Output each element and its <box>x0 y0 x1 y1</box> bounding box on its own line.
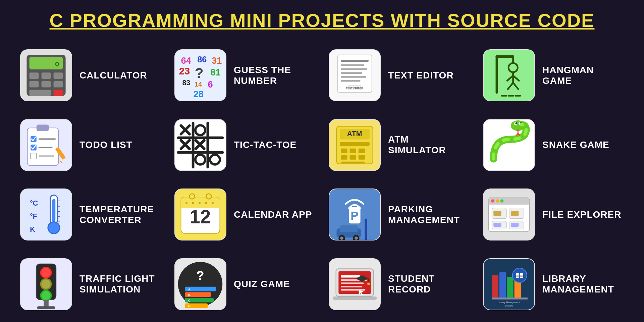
student-icon <box>329 258 381 310</box>
svg-rect-170 <box>341 289 365 290</box>
svg-rect-138 <box>493 211 501 216</box>
hangman-icon <box>483 49 535 101</box>
parking-label: PARKING MANAGEMENT <box>388 204 470 225</box>
svg-point-114 <box>205 202 207 204</box>
svg-rect-79 <box>341 155 347 160</box>
temperature-icon: °C °F K <box>20 189 72 240</box>
svg-point-115 <box>212 202 214 204</box>
svg-rect-8 <box>42 81 51 88</box>
svg-rect-177 <box>492 275 498 298</box>
traffic-icon <box>20 258 72 310</box>
svg-rect-77 <box>350 148 356 153</box>
svg-text:12: 12 <box>190 207 211 228</box>
svg-rect-140 <box>493 223 501 227</box>
svg-rect-80 <box>350 155 356 160</box>
projects-grid: 0 CALCULATOR 64 86 31 23 ? 81 <box>0 37 644 322</box>
svg-rect-28 <box>341 72 362 74</box>
svg-rect-27 <box>341 68 367 70</box>
svg-rect-5 <box>42 73 51 79</box>
list-item[interactable]: 64 86 31 23 ? 81 83 14 6 28 GUESS THE NU… <box>168 41 322 110</box>
svg-text:°C: °C <box>30 199 38 207</box>
svg-point-125 <box>355 237 358 240</box>
svg-rect-139 <box>511 211 519 216</box>
list-item[interactable]: °C °F K TEMPERATURE CONVERTER <box>13 180 168 250</box>
svg-rect-75 <box>340 142 370 146</box>
list-item[interactable]: P PARKING MANAGEMENT <box>322 180 476 250</box>
list-item[interactable]: TRAFFIC LIGHT SIMULATION <box>13 250 168 319</box>
svg-text:C.: C. <box>188 298 192 302</box>
svg-rect-181 <box>492 298 528 300</box>
library-icon: Library Management System <box>483 258 535 310</box>
svg-point-131 <box>491 199 494 203</box>
text-editor-label: TEXT EDITOR <box>388 70 454 81</box>
svg-text:P: P <box>351 209 358 222</box>
svg-rect-4 <box>30 73 39 79</box>
svg-text:A.: A. <box>188 287 192 291</box>
hangman-label: HANGMAN GAME <box>542 65 624 86</box>
list-item[interactable]: ATM ATM SIMULATOR <box>322 110 476 180</box>
list-item[interactable]: 0 CALCULATOR <box>13 41 168 110</box>
svg-rect-166 <box>341 275 360 277</box>
svg-rect-26 <box>341 64 364 66</box>
list-item[interactable]: TEXT EDITOR TEXT EDITOR <box>322 41 476 110</box>
list-item[interactable]: ? A. B. C. D. QUIZ GAME <box>168 250 322 319</box>
svg-text:14: 14 <box>195 80 202 88</box>
list-item[interactable]: TIC-TAC-TOE <box>168 110 322 180</box>
svg-text:?: ? <box>195 65 203 81</box>
svg-text:?: ? <box>196 268 204 283</box>
guess-number-icon: 64 86 31 23 ? 81 83 14 6 28 <box>174 49 226 101</box>
svg-point-87 <box>515 122 517 124</box>
svg-text:D.: D. <box>188 304 192 308</box>
svg-rect-9 <box>54 81 63 88</box>
svg-text:Library Management: Library Management <box>498 301 520 304</box>
svg-rect-126 <box>365 219 367 240</box>
list-item[interactable]: STUDENT RECORD <box>322 250 476 319</box>
svg-point-98 <box>48 222 60 234</box>
svg-rect-151 <box>37 306 55 309</box>
svg-text:0: 0 <box>55 60 59 68</box>
svg-point-147 <box>41 279 50 288</box>
svg-text:86: 86 <box>197 55 207 64</box>
svg-rect-7 <box>30 81 39 88</box>
svg-rect-51 <box>31 153 37 159</box>
quiz-label: QUIZ GAME <box>234 279 290 289</box>
svg-rect-174 <box>333 297 377 300</box>
guess-number-label: GUESS THE NUMBER <box>234 65 315 86</box>
svg-text:ATM: ATM <box>347 129 362 138</box>
list-item[interactable]: 12 CALENDAR APP <box>168 180 322 250</box>
svg-rect-11 <box>54 90 63 96</box>
list-item[interactable]: FILE EXPLORER <box>476 180 631 250</box>
svg-rect-81 <box>359 155 365 160</box>
list-item[interactable]: HANGMAN GAME <box>476 41 631 110</box>
svg-rect-169 <box>341 286 362 287</box>
list-item[interactable]: TODO LIST <box>13 110 168 180</box>
svg-text:64: 64 <box>181 55 192 66</box>
svg-rect-92 <box>21 189 71 240</box>
fileexplorer-label: FILE EXPLORER <box>542 209 621 220</box>
list-item[interactable]: SNAKE GAME <box>476 110 631 180</box>
svg-text:28: 28 <box>194 89 204 100</box>
svg-rect-30 <box>341 80 360 82</box>
svg-text:83: 83 <box>182 79 190 87</box>
todo-icon <box>20 119 72 171</box>
library-label: LIBRARY MANAGEMENT <box>542 273 624 295</box>
svg-text:31: 31 <box>212 55 222 66</box>
calculator-label: CALCULATOR <box>79 70 147 81</box>
svg-rect-178 <box>499 272 506 298</box>
svg-rect-76 <box>341 148 347 153</box>
svg-rect-78 <box>359 148 365 153</box>
svg-rect-25 <box>341 60 369 62</box>
atm-label: ATM SIMULATOR <box>388 134 470 156</box>
svg-rect-29 <box>341 76 366 78</box>
svg-point-132 <box>496 199 499 203</box>
list-item[interactable]: Library Management System LIBRARY MANAGE… <box>476 250 631 319</box>
svg-point-145 <box>41 268 50 277</box>
svg-point-123 <box>340 237 343 240</box>
svg-point-113 <box>199 202 201 204</box>
todo-label: TODO LIST <box>79 140 132 150</box>
svg-text:°F: °F <box>30 212 37 220</box>
text-editor-icon: TEXT EDITOR <box>329 49 381 101</box>
svg-rect-10 <box>30 90 51 96</box>
svg-point-173 <box>367 282 370 285</box>
student-label: STUDENT RECORD <box>388 273 470 295</box>
